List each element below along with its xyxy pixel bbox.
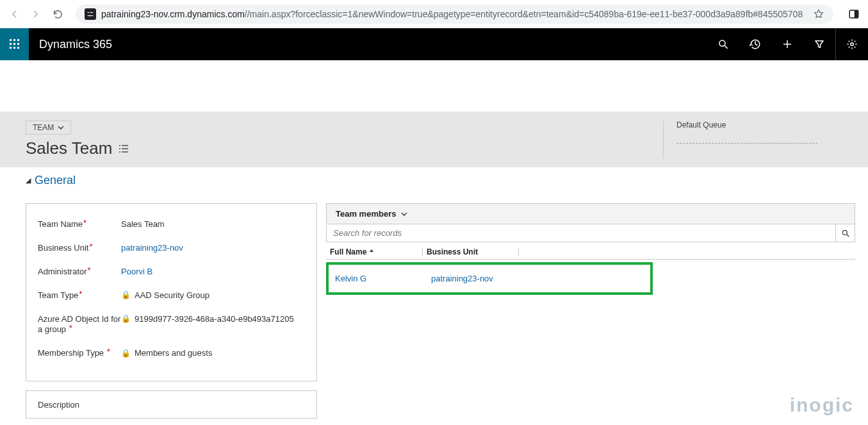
- team-type-value[interactable]: 🔒 AAD Security Group: [121, 290, 305, 300]
- browser-toolbar: patraining23-nov.crm.dynamics.com//main.…: [0, 0, 868, 28]
- svg-rect-12: [13, 43, 15, 45]
- col-business-unit[interactable]: Business Unit: [422, 247, 518, 256]
- svg-rect-15: [13, 47, 15, 49]
- chevron-down-icon: [401, 211, 407, 217]
- svg-rect-9: [13, 39, 15, 41]
- svg-rect-16: [17, 47, 19, 49]
- record-title: Sales Team: [26, 138, 112, 158]
- aad-object-label: Azure AD Object Id for a group *: [38, 314, 121, 336]
- administrator-value[interactable]: Poorvi B: [121, 267, 305, 276]
- member-full-name[interactable]: Kelvin G: [329, 274, 425, 283]
- entity-type-dropdown[interactable]: TEAM: [26, 121, 71, 135]
- default-queue-label: Default Queue: [676, 121, 855, 129]
- lock-icon: 🔒: [121, 349, 131, 358]
- member-business-unit[interactable]: patraining23-nov: [425, 274, 553, 283]
- team-name-label: Team Name*: [38, 219, 121, 230]
- svg-rect-14: [10, 47, 12, 49]
- new-icon[interactable]: [771, 28, 803, 60]
- membership-type-value[interactable]: 🔒 Members and guests: [121, 348, 305, 358]
- forward-button[interactable]: [27, 5, 45, 23]
- url-text: patraining23-nov.crm.dynamics.com//main.…: [101, 9, 808, 19]
- ribbon-area: [0, 60, 868, 112]
- bookmark-star-icon[interactable]: [813, 8, 824, 20]
- site-settings-icon[interactable]: [85, 8, 96, 20]
- recent-icon[interactable]: [739, 28, 771, 60]
- svg-rect-7: [855, 10, 858, 18]
- brand-title: Dynamics 365: [39, 38, 112, 51]
- aad-object-value[interactable]: 🔒 9199d977-3926-468a-a340-e9b493a71205: [121, 314, 305, 324]
- description-field[interactable]: Description: [26, 390, 317, 419]
- chevron-down-icon: [58, 124, 64, 131]
- svg-point-28: [842, 230, 847, 235]
- general-form: Team Name* Sales Team Business Unit* pat…: [26, 203, 317, 381]
- svg-point-17: [719, 40, 725, 46]
- svg-line-18: [725, 46, 728, 49]
- svg-rect-10: [17, 39, 19, 41]
- default-queue-value[interactable]: [676, 135, 817, 144]
- members-search-input[interactable]: [327, 224, 835, 242]
- filter-icon[interactable]: [803, 28, 835, 60]
- dynamics-top-bar: Dynamics 365: [0, 28, 868, 60]
- back-button[interactable]: [5, 5, 23, 23]
- members-grid-row[interactable]: Kelvin G patraining23-nov: [326, 262, 653, 295]
- team-type-label: Team Type*: [38, 290, 121, 301]
- collapse-triangle-icon: ◢: [26, 176, 31, 185]
- side-panel-icon[interactable]: [845, 5, 863, 23]
- svg-rect-0: [88, 12, 90, 13]
- settings-gear-icon[interactable]: [836, 28, 868, 60]
- watermark-logo: inogic: [790, 394, 854, 416]
- record-header: TEAM Sales Team Default Queue: [0, 112, 868, 167]
- search-icon[interactable]: [707, 28, 739, 60]
- address-bar[interactable]: patraining23-nov.crm.dynamics.com//main.…: [76, 4, 833, 24]
- team-name-value[interactable]: Sales Team: [121, 219, 305, 229]
- business-unit-value[interactable]: patraining23-nov: [121, 243, 305, 253]
- sort-asc-icon: [369, 249, 374, 255]
- administrator-label: Administrator*: [38, 267, 121, 278]
- form-selector-icon[interactable]: [119, 144, 129, 153]
- svg-line-29: [846, 234, 849, 237]
- section-general-header[interactable]: ◢ General: [26, 174, 76, 187]
- membership-type-label: Membership Type *: [38, 348, 121, 359]
- lock-icon: 🔒: [121, 314, 131, 323]
- svg-rect-5: [90, 15, 94, 16]
- lock-icon: 🔒: [121, 290, 131, 299]
- svg-rect-13: [17, 43, 19, 45]
- team-members-header[interactable]: Team members: [326, 203, 855, 224]
- members-grid-header: Full Name Business Unit: [326, 242, 855, 260]
- svg-point-21: [851, 43, 854, 46]
- svg-rect-8: [10, 39, 12, 41]
- reload-button[interactable]: [49, 5, 67, 23]
- svg-rect-2: [92, 12, 94, 13]
- business-unit-label: Business Unit*: [38, 243, 121, 254]
- members-search-button[interactable]: [835, 224, 855, 242]
- col-full-name[interactable]: Full Name: [326, 247, 422, 256]
- app-launcher-icon[interactable]: [0, 28, 29, 60]
- svg-rect-11: [10, 43, 12, 45]
